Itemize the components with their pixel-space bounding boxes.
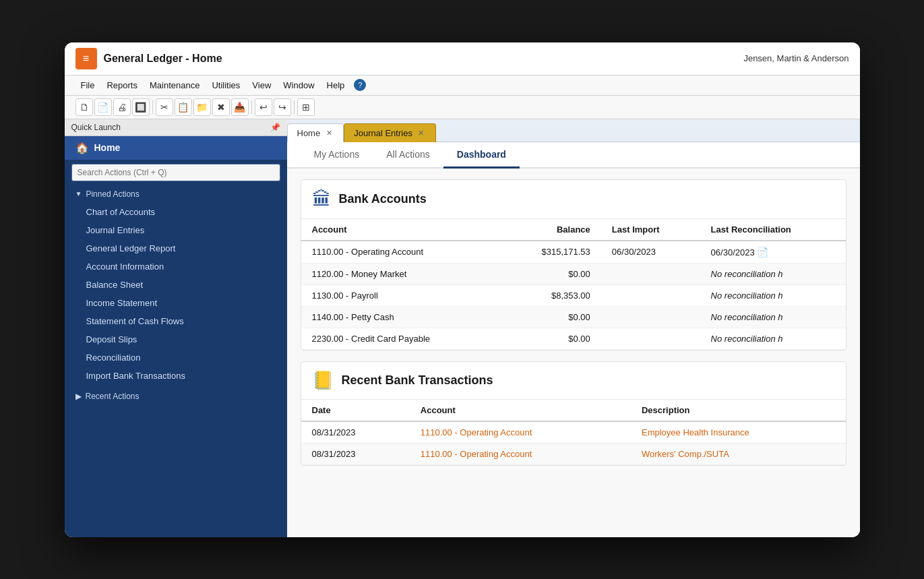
sidebar-item-label: Journal Entries xyxy=(86,225,145,235)
tab-journal-label: Journal Entries xyxy=(354,128,412,138)
sidebar-item-label: Deposit Slips xyxy=(86,334,137,344)
last-reconciliation: No reconciliation h xyxy=(700,328,846,349)
toolbar-print[interactable]: 🖨 xyxy=(113,98,131,116)
bank-accounts-card: 🏛 Bank Accounts Account Balance Last Imp… xyxy=(301,179,846,351)
sidebar: Quick Launch 📌 🏠 Home ▼ Pinned Actions C… xyxy=(65,119,287,537)
sidebar-item-income-statement[interactable]: Income Statement xyxy=(65,294,287,312)
sidebar-item-journal-entries[interactable]: Journal Entries xyxy=(65,221,287,239)
sidebar-item-reconciliation[interactable]: Reconciliation xyxy=(65,348,287,367)
sidebar-home-item[interactable]: 🏠 Home xyxy=(65,136,287,160)
sidebar-item-chart-of-accounts[interactable]: Chart of Accounts xyxy=(65,203,287,221)
table-row: 1120.00 - Money Market $0.00 No reconcil… xyxy=(301,263,846,284)
col-account: Account xyxy=(410,400,631,421)
search-input[interactable] xyxy=(71,164,280,181)
toolbar-import[interactable]: 📥 xyxy=(231,98,249,116)
app-icon: ≡ xyxy=(75,48,97,69)
account-balance: $0.00 xyxy=(501,306,601,328)
account-name: 1110.00 - Operating Account xyxy=(301,241,501,264)
last-reconciliation: No reconciliation h xyxy=(700,263,846,284)
last-reconciliation: No reconciliation h xyxy=(700,284,846,306)
toolbar-sep-3 xyxy=(294,100,295,114)
col-account: Account xyxy=(301,219,501,241)
sidebar-item-label: Reconciliation xyxy=(86,353,141,363)
recent-actions-label: Recent Actions xyxy=(86,392,140,401)
tab-journal-entries[interactable]: Journal Entries ✕ xyxy=(344,123,436,142)
quick-launch-header: Quick Launch 📌 xyxy=(65,119,287,136)
account-name: 2230.00 - Credit Card Payable xyxy=(301,328,501,349)
sidebar-item-balance-sheet[interactable]: Balance Sheet xyxy=(65,276,287,294)
main-layout: Quick Launch 📌 🏠 Home ▼ Pinned Actions C… xyxy=(65,119,860,537)
sidebar-item-import-bank-transactions[interactable]: Import Bank Transactions xyxy=(65,367,287,385)
menu-view[interactable]: View xyxy=(247,78,276,92)
bank-icon: 🏛 xyxy=(312,188,331,210)
user-name: Jensen, Martin & Anderson xyxy=(743,53,849,63)
account-name: 1120.00 - Money Market xyxy=(301,263,501,284)
last-reconciliation: No reconciliation h xyxy=(700,306,846,328)
tab-journal-close-icon[interactable]: ✕ xyxy=(417,128,426,138)
col-last-import: Last Import xyxy=(601,219,700,241)
action-tab-all-actions[interactable]: All Actions xyxy=(373,142,443,169)
toolbar-delete[interactable]: ✖ xyxy=(212,98,230,116)
app-title: General Ledger - Home xyxy=(104,53,222,65)
menu-file[interactable]: File xyxy=(75,78,100,92)
toolbar-grid[interactable]: ⊞ xyxy=(297,98,315,116)
tab-home-close-icon[interactable]: ✕ xyxy=(324,128,334,138)
quick-launch-label: Quick Launch xyxy=(71,123,121,132)
sidebar-item-label: Account Information xyxy=(86,262,164,272)
menu-reports[interactable]: Reports xyxy=(101,78,143,92)
sidebar-item-general-ledger-report[interactable]: General Ledger Report xyxy=(65,239,287,257)
account-balance: $315,171.53 xyxy=(501,241,601,264)
pinned-actions-section: ▼ Pinned Actions Chart of Accounts Journ… xyxy=(65,185,287,385)
toolbar-cut[interactable]: ✂ xyxy=(156,98,173,116)
sidebar-search-container xyxy=(65,160,287,185)
table-row: 08/31/2023 1110.00 - Operating Account W… xyxy=(301,443,846,464)
toolbar-sep-1 xyxy=(152,100,153,114)
account-name: 1130.00 - Payroll xyxy=(301,284,501,306)
sidebar-item-label: General Ledger Report xyxy=(86,243,176,253)
toolbar-undo[interactable]: ↩ xyxy=(255,98,272,116)
recent-transactions-title: Recent Bank Transactions xyxy=(342,373,493,388)
toolbar-open[interactable]: 📄 xyxy=(94,98,112,116)
sidebar-item-label: Income Statement xyxy=(86,298,158,308)
transaction-account[interactable]: 1110.00 - Operating Account xyxy=(410,421,631,444)
transaction-description: Workers' Comp./SUTA xyxy=(631,443,846,464)
toolbar-paste[interactable]: 📁 xyxy=(193,98,211,116)
menu-window[interactable]: Window xyxy=(278,78,319,92)
action-tab-my-actions[interactable]: My Actions xyxy=(301,142,373,169)
last-reconciliation: 06/30/2023 📄 xyxy=(700,241,846,264)
recent-transactions-table: Date Account Description 08/31/2023 1110… xyxy=(301,400,846,465)
sidebar-item-deposit-slips[interactable]: Deposit Slips xyxy=(65,330,287,348)
menu-utilities[interactable]: Utilities xyxy=(206,78,245,92)
pinned-actions-label: Pinned Actions xyxy=(86,189,139,199)
menu-maintenance[interactable]: Maintenance xyxy=(144,78,205,92)
bank-accounts-title: Bank Accounts xyxy=(339,192,427,206)
action-tab-dashboard[interactable]: Dashboard xyxy=(443,142,520,169)
toolbar-preview[interactable]: 🔲 xyxy=(132,98,150,116)
application-window: ≡ General Ledger - Home Jensen, Martin &… xyxy=(65,42,860,537)
last-import xyxy=(601,263,700,284)
menu-help[interactable]: Help xyxy=(321,78,350,92)
home-icon: 🏠 xyxy=(75,142,89,154)
sidebar-item-statement-cash-flows[interactable]: Statement of Cash Flows xyxy=(65,312,287,330)
tab-home-label: Home xyxy=(297,128,321,138)
pdf-icon[interactable]: 📄 xyxy=(757,247,768,257)
pinned-actions-header[interactable]: ▼ Pinned Actions xyxy=(65,185,287,203)
toolbar-copy[interactable]: 📋 xyxy=(175,98,192,116)
col-date: Date xyxy=(301,400,410,421)
recent-actions-header[interactable]: ▶ Recent Actions xyxy=(65,388,287,405)
col-last-reconciliation: Last Reconciliation xyxy=(700,219,846,241)
transaction-description: Employee Health Insurance xyxy=(631,421,846,444)
col-balance: Balance xyxy=(501,219,601,241)
toolbar-redo[interactable]: ↪ xyxy=(274,98,291,116)
help-icon[interactable]: ? xyxy=(354,79,366,91)
sidebar-item-label: Import Bank Transactions xyxy=(86,371,185,381)
toolbar-new[interactable]: 🗋 xyxy=(75,98,93,116)
ledger-icon: 📒 xyxy=(312,370,334,391)
tab-home[interactable]: Home ✕ xyxy=(287,123,344,142)
transaction-account[interactable]: 1110.00 - Operating Account xyxy=(410,443,631,464)
sidebar-item-account-information[interactable]: Account Information xyxy=(65,257,287,276)
content-area: Home ✕ Journal Entries ✕ My Actions All … xyxy=(287,119,860,537)
title-bar-left: ≡ General Ledger - Home xyxy=(75,48,222,69)
toolbar-sep-2 xyxy=(251,100,252,114)
quick-launch-pin-icon[interactable]: 📌 xyxy=(270,123,280,132)
